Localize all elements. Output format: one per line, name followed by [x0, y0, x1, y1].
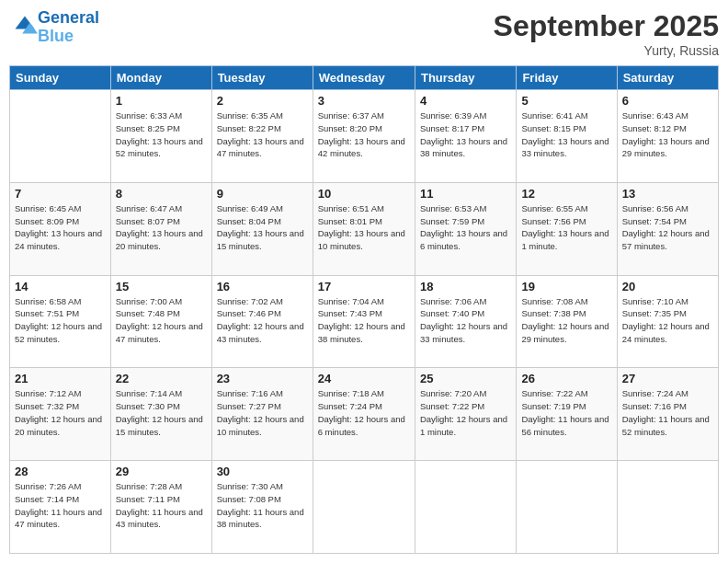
day-cell-2-0: 14Sunrise: 6:58 AM Sunset: 7:51 PM Dayli… — [10, 275, 111, 368]
day-number: 11 — [420, 187, 511, 201]
day-info: Sunrise: 7:30 AM Sunset: 7:08 PM Dayligh… — [217, 480, 308, 531]
day-cell-4-3 — [313, 461, 415, 554]
day-cell-1-2: 9Sunrise: 6:49 AM Sunset: 8:04 PM Daylig… — [211, 182, 313, 275]
day-number: 17 — [318, 280, 410, 293]
day-info: Sunrise: 6:58 AM Sunset: 7:51 PM Dayligh… — [15, 295, 106, 346]
week-row-2: 14Sunrise: 6:58 AM Sunset: 7:51 PM Dayli… — [10, 275, 719, 368]
day-number: 6 — [622, 94, 713, 108]
day-number: 5 — [521, 94, 611, 108]
day-info: Sunrise: 6:37 AM Sunset: 8:20 PM Dayligh… — [318, 109, 410, 160]
col-sunday: Sunday — [10, 66, 111, 90]
day-number: 1 — [116, 94, 207, 108]
week-row-0: 1Sunrise: 6:33 AM Sunset: 8:25 PM Daylig… — [10, 90, 719, 183]
day-info: Sunrise: 6:55 AM Sunset: 7:56 PM Dayligh… — [521, 202, 611, 253]
day-info: Sunrise: 7:18 AM Sunset: 7:24 PM Dayligh… — [318, 387, 410, 438]
day-cell-3-0: 21Sunrise: 7:12 AM Sunset: 7:32 PM Dayli… — [10, 368, 111, 461]
day-cell-2-4: 18Sunrise: 7:06 AM Sunset: 7:40 PM Dayli… — [415, 275, 516, 368]
day-number: 22 — [116, 372, 207, 385]
day-cell-1-1: 8Sunrise: 6:47 AM Sunset: 8:07 PM Daylig… — [110, 182, 211, 275]
day-info: Sunrise: 7:24 AM Sunset: 7:16 PM Dayligh… — [622, 387, 713, 438]
day-number: 23 — [217, 372, 308, 385]
day-info: Sunrise: 6:53 AM Sunset: 7:59 PM Dayligh… — [420, 202, 511, 253]
day-info: Sunrise: 7:22 AM Sunset: 7:19 PM Dayligh… — [521, 387, 611, 438]
day-info: Sunrise: 6:39 AM Sunset: 8:17 PM Dayligh… — [420, 109, 511, 160]
header: General Blue September 2025 Yurty, Russi… — [9, 9, 719, 58]
day-number: 14 — [15, 280, 106, 293]
day-number: 25 — [420, 372, 511, 385]
day-number: 2 — [217, 94, 308, 108]
day-number: 27 — [622, 372, 713, 385]
col-tuesday: Tuesday — [211, 66, 313, 90]
day-cell-4-1: 29Sunrise: 7:28 AM Sunset: 7:11 PM Dayli… — [110, 461, 211, 554]
day-info: Sunrise: 6:33 AM Sunset: 8:25 PM Dayligh… — [116, 109, 207, 160]
day-info: Sunrise: 6:45 AM Sunset: 8:09 PM Dayligh… — [15, 202, 106, 253]
day-number: 9 — [217, 187, 308, 201]
logo: General Blue — [9, 9, 99, 46]
day-cell-2-5: 19Sunrise: 7:08 AM Sunset: 7:38 PM Dayli… — [517, 275, 617, 368]
day-cell-0-2: 2Sunrise: 6:35 AM Sunset: 8:22 PM Daylig… — [211, 90, 313, 183]
day-info: Sunrise: 7:20 AM Sunset: 7:22 PM Dayligh… — [420, 387, 511, 438]
logo-icon — [12, 13, 38, 39]
day-cell-2-3: 17Sunrise: 7:04 AM Sunset: 7:43 PM Dayli… — [313, 275, 415, 368]
day-cell-3-5: 26Sunrise: 7:22 AM Sunset: 7:19 PM Dayli… — [517, 368, 617, 461]
day-number: 10 — [318, 187, 410, 201]
location: Yurty, Russia — [494, 43, 719, 58]
day-cell-0-4: 4Sunrise: 6:39 AM Sunset: 8:17 PM Daylig… — [415, 90, 516, 183]
calendar-table: Sunday Monday Tuesday Wednesday Thursday… — [9, 65, 719, 554]
header-row: Sunday Monday Tuesday Wednesday Thursday… — [10, 66, 719, 90]
day-info: Sunrise: 6:43 AM Sunset: 8:12 PM Dayligh… — [622, 109, 713, 160]
day-cell-4-2: 30Sunrise: 7:30 AM Sunset: 7:08 PM Dayli… — [211, 461, 313, 554]
day-number: 15 — [116, 280, 207, 293]
day-number: 19 — [521, 280, 611, 293]
day-cell-0-6: 6Sunrise: 6:43 AM Sunset: 8:12 PM Daylig… — [617, 90, 718, 183]
week-row-1: 7Sunrise: 6:45 AM Sunset: 8:09 PM Daylig… — [10, 182, 719, 275]
day-cell-3-6: 27Sunrise: 7:24 AM Sunset: 7:16 PM Dayli… — [617, 368, 718, 461]
col-thursday: Thursday — [415, 66, 516, 90]
day-cell-1-6: 13Sunrise: 6:56 AM Sunset: 7:54 PM Dayli… — [617, 182, 718, 275]
col-monday: Monday — [110, 66, 211, 90]
day-info: Sunrise: 6:49 AM Sunset: 8:04 PM Dayligh… — [217, 202, 308, 253]
day-cell-4-0: 28Sunrise: 7:26 AM Sunset: 7:14 PM Dayli… — [10, 461, 111, 554]
day-info: Sunrise: 7:28 AM Sunset: 7:11 PM Dayligh… — [116, 480, 207, 531]
day-cell-0-5: 5Sunrise: 6:41 AM Sunset: 8:15 PM Daylig… — [517, 90, 617, 183]
day-info: Sunrise: 7:26 AM Sunset: 7:14 PM Dayligh… — [15, 480, 106, 531]
day-info: Sunrise: 7:08 AM Sunset: 7:38 PM Dayligh… — [521, 295, 611, 346]
week-row-4: 28Sunrise: 7:26 AM Sunset: 7:14 PM Dayli… — [10, 461, 719, 554]
day-cell-3-2: 23Sunrise: 7:16 AM Sunset: 7:27 PM Dayli… — [211, 368, 313, 461]
day-cell-2-2: 16Sunrise: 7:02 AM Sunset: 7:46 PM Dayli… — [211, 275, 313, 368]
col-wednesday: Wednesday — [313, 66, 415, 90]
day-number: 12 — [521, 187, 611, 201]
day-number: 7 — [15, 187, 106, 201]
day-number: 4 — [420, 94, 511, 108]
title-block: September 2025 Yurty, Russia — [494, 9, 719, 58]
week-row-3: 21Sunrise: 7:12 AM Sunset: 7:32 PM Dayli… — [10, 368, 719, 461]
day-info: Sunrise: 7:04 AM Sunset: 7:43 PM Dayligh… — [318, 295, 410, 346]
day-cell-4-4 — [415, 461, 516, 554]
day-cell-0-3: 3Sunrise: 6:37 AM Sunset: 8:20 PM Daylig… — [313, 90, 415, 183]
page: General Blue September 2025 Yurty, Russi… — [0, 0, 728, 563]
day-info: Sunrise: 7:02 AM Sunset: 7:46 PM Dayligh… — [217, 295, 308, 346]
day-info: Sunrise: 6:51 AM Sunset: 8:01 PM Dayligh… — [318, 202, 410, 253]
day-number: 28 — [15, 465, 106, 478]
day-cell-2-6: 20Sunrise: 7:10 AM Sunset: 7:35 PM Dayli… — [617, 275, 718, 368]
day-cell-0-1: 1Sunrise: 6:33 AM Sunset: 8:25 PM Daylig… — [110, 90, 211, 183]
logo-text: General Blue — [38, 9, 99, 46]
day-cell-4-6 — [617, 461, 718, 554]
day-info: Sunrise: 6:47 AM Sunset: 8:07 PM Dayligh… — [116, 202, 207, 253]
col-friday: Friday — [517, 66, 617, 90]
day-cell-3-1: 22Sunrise: 7:14 AM Sunset: 7:30 PM Dayli… — [110, 368, 211, 461]
day-info: Sunrise: 6:41 AM Sunset: 8:15 PM Dayligh… — [521, 109, 611, 160]
day-cell-1-0: 7Sunrise: 6:45 AM Sunset: 8:09 PM Daylig… — [10, 182, 111, 275]
day-cell-1-5: 12Sunrise: 6:55 AM Sunset: 7:56 PM Dayli… — [517, 182, 617, 275]
day-cell-0-0 — [10, 90, 111, 183]
day-info: Sunrise: 6:56 AM Sunset: 7:54 PM Dayligh… — [622, 202, 713, 253]
day-info: Sunrise: 7:12 AM Sunset: 7:32 PM Dayligh… — [15, 387, 106, 438]
day-cell-1-4: 11Sunrise: 6:53 AM Sunset: 7:59 PM Dayli… — [415, 182, 516, 275]
day-number: 29 — [116, 465, 207, 478]
day-info: Sunrise: 7:10 AM Sunset: 7:35 PM Dayligh… — [622, 295, 713, 346]
day-info: Sunrise: 7:14 AM Sunset: 7:30 PM Dayligh… — [116, 387, 207, 438]
day-number: 21 — [15, 372, 106, 385]
day-cell-2-1: 15Sunrise: 7:00 AM Sunset: 7:48 PM Dayli… — [110, 275, 211, 368]
month-title: September 2025 — [494, 9, 719, 43]
day-number: 3 — [318, 94, 410, 108]
